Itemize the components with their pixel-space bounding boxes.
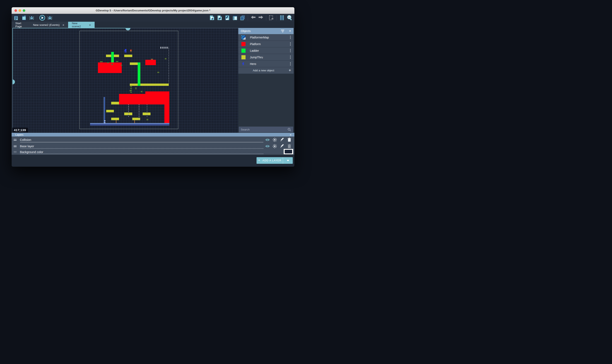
object-row-platformermap[interactable]: PlatformerMap (238, 34, 294, 41)
horizontal-scrollbar-thumb[interactable] (125, 28, 130, 30)
properties-icon[interactable] (224, 15, 231, 21)
layer-row-base-layer[interactable]: Base layer (12, 143, 294, 149)
object-menu-icon[interactable] (289, 48, 292, 53)
scene-canvas[interactable]: 417;139 (13, 28, 238, 133)
tab-start-page[interactable]: Start Page (12, 22, 29, 28)
layer-name: Background color (20, 150, 43, 154)
level-decor-grass (116, 61, 118, 62)
layer-name: Base layer (20, 144, 34, 148)
background-color-swatch[interactable] (284, 149, 293, 154)
drag-handle-icon[interactable] (14, 145, 16, 147)
layers-editor-icon[interactable] (240, 15, 246, 21)
level-jumpthru-yellow[interactable] (124, 55, 132, 57)
campfire-instance[interactable] (130, 50, 132, 53)
redo-icon[interactable] (258, 15, 264, 21)
objects-search-input[interactable] (241, 128, 287, 131)
level-jumpthru-yellow[interactable] (111, 102, 119, 104)
vertical-scrollbar-thumb[interactable] (13, 79, 15, 84)
tab-new-scene2[interactable]: New scene2 × (68, 22, 95, 28)
object-row-jumpthru[interactable]: JumpThru (238, 54, 294, 61)
object-menu-icon[interactable] (289, 55, 292, 60)
jumpthru-thumbnail-icon (241, 55, 245, 59)
zoom-original-icon[interactable]: 1:1 (286, 15, 293, 21)
level-ladders-green[interactable] (111, 52, 114, 63)
objects-editor-icon[interactable] (209, 15, 215, 21)
add-new-object-button[interactable]: Add a new object + (238, 67, 294, 74)
main-toolbar: 1:1 (12, 14, 294, 22)
filter-icon[interactable] (281, 30, 285, 32)
level-pole-blue[interactable] (104, 97, 105, 123)
level-jumpthru-yellow[interactable] (130, 84, 169, 86)
visibility-eye-icon[interactable] (265, 138, 270, 142)
zoom-window-button[interactable] (23, 9, 25, 12)
delete-trash-icon[interactable] (287, 138, 291, 142)
layer-name-underline (20, 142, 263, 142)
add-layer-dropdown-button[interactable] (283, 157, 293, 164)
add-new-object-label: Add a new object (253, 69, 289, 72)
level-decor-brown (116, 120, 117, 123)
level-platforms-red[interactable] (145, 60, 156, 65)
object-menu-icon[interactable] (289, 41, 292, 47)
level-platforms-red[interactable] (164, 104, 170, 123)
preview-icon[interactable] (39, 15, 45, 21)
level-decor-grass (157, 72, 159, 73)
edit-pencil-icon[interactable] (280, 138, 284, 142)
add-a-layer-label: ADD A LAYER (262, 159, 281, 162)
effects-icon[interactable] (272, 144, 277, 148)
gdevelop-window: GDevelop 5 - /Users/florian/Documents/GD… (12, 7, 294, 167)
close-tab-icon[interactable]: × (89, 23, 91, 27)
layers-panel-header: Layers × (12, 133, 294, 136)
level-platforms-red[interactable] (98, 63, 122, 73)
undo-icon[interactable] (250, 15, 256, 21)
visibility-eye-icon[interactable] (265, 144, 270, 148)
edit-pencil-icon[interactable] (280, 144, 284, 148)
level-platforms-red[interactable] (119, 94, 169, 104)
minimize-window-button[interactable] (19, 9, 21, 12)
debugger-icon[interactable] (28, 15, 35, 21)
level-jumpthru-yellow[interactable] (130, 63, 138, 65)
horizontal-scrollbar-progress (13, 28, 126, 28)
objects-search-box[interactable] (239, 127, 293, 132)
object-row-platform[interactable]: Platform (238, 41, 294, 47)
project-manager-icon[interactable] (13, 15, 19, 21)
add-a-layer-button[interactable]: + ADD A LAYER (257, 157, 293, 164)
object-label: JumpThru (250, 56, 289, 59)
level-floor-blue[interactable] (90, 123, 169, 126)
close-tab-icon[interactable]: × (63, 23, 64, 27)
level-jumpthru-yellow[interactable] (111, 118, 119, 120)
close-layers-panel-icon[interactable]: × (290, 133, 291, 136)
object-groups-editor-icon[interactable] (217, 15, 223, 21)
object-row-ladder[interactable]: Ladder (238, 47, 294, 54)
tab-new-scene2-events[interactable]: New scene2 (Events) × (29, 22, 68, 28)
editor-tabs: Start Page New scene2 (Events) × New sce… (12, 22, 294, 28)
object-menu-icon[interactable] (289, 61, 292, 66)
level-platforms-red[interactable] (145, 91, 169, 94)
search-icon (287, 128, 291, 131)
player-start-instance[interactable] (104, 120, 106, 124)
debug-preview-icon[interactable] (47, 15, 53, 21)
title-bar: GDevelop 5 - /Users/florian/Documents/GD… (12, 7, 294, 14)
level-decor-grass (112, 64, 113, 65)
level-jumpthru-yellow[interactable] (106, 110, 114, 112)
vertical-scrollbar-progress (13, 28, 13, 79)
object-row-hero[interactable]: Hero (238, 61, 294, 67)
hero-instance[interactable] (124, 49, 127, 53)
close-objects-panel-icon[interactable]: × (289, 29, 291, 33)
level-ladders-green[interactable] (138, 63, 140, 86)
level-decor-grass (107, 62, 109, 63)
level-chains-gray (147, 104, 147, 117)
close-window-button[interactable] (14, 9, 17, 12)
object-label: Hero (250, 62, 289, 65)
instances-list-icon[interactable] (232, 15, 238, 21)
object-menu-icon[interactable] (289, 35, 292, 40)
drag-handle-icon[interactable] (14, 139, 16, 141)
scene-editor-icon[interactable] (21, 15, 27, 21)
object-label: Ladder (250, 49, 289, 52)
layer-row-collision[interactable]: Collision (12, 136, 294, 143)
drag-handle-icon (14, 151, 16, 153)
grid-icon[interactable] (279, 15, 285, 21)
delete-selection-icon[interactable] (268, 15, 274, 21)
layer-row-background-color[interactable]: Background color (12, 149, 294, 155)
level-chains-gray (169, 48, 169, 84)
effects-icon[interactable] (272, 138, 277, 142)
